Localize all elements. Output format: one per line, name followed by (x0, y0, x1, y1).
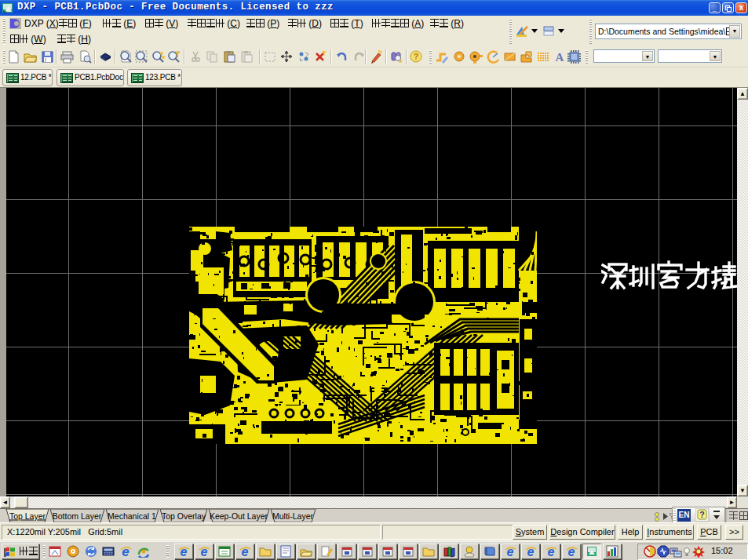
svg-text:e: e (181, 545, 188, 558)
svg-text:Top Layer: Top Layer (9, 511, 46, 521)
svg-text:?: ? (699, 510, 704, 519)
svg-text:A: A (556, 51, 564, 64)
svg-text:Multi-Layer: Multi-Layer (272, 511, 313, 521)
svg-text:e: e (527, 545, 535, 558)
svg-text:e: e (201, 545, 208, 558)
svg-text:?: ? (414, 52, 419, 61)
svg-text:e: e (242, 545, 249, 558)
svg-text:e: e (568, 545, 575, 558)
svg-text:e: e (507, 545, 514, 558)
svg-text:Top Overlay: Top Overlay (162, 511, 206, 521)
svg-text:Bottom Layer: Bottom Layer (53, 511, 102, 521)
svg-text:e: e (548, 545, 555, 558)
svg-text:Mechanical 1: Mechanical 1 (108, 511, 156, 521)
svg-text:Keep-Out Layer: Keep-Out Layer (210, 511, 268, 521)
